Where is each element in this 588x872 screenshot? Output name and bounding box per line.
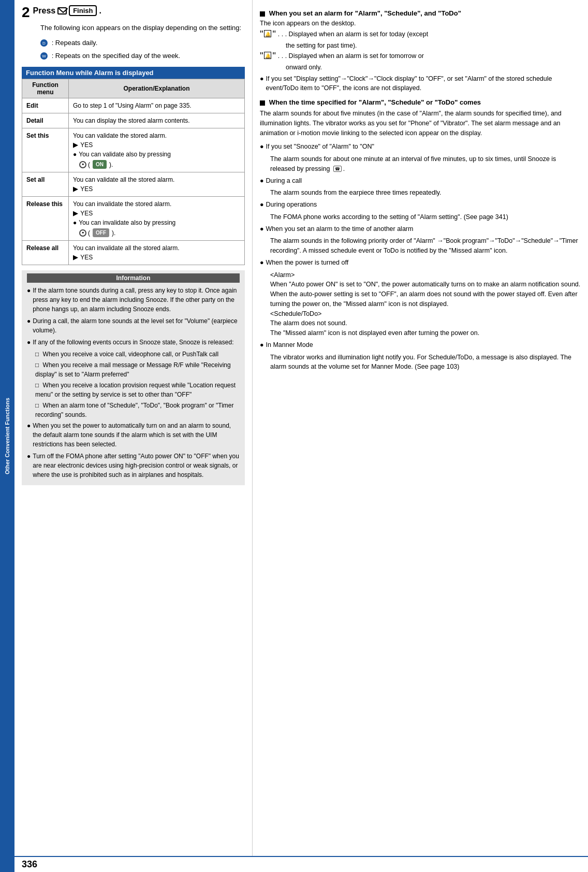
function-table: Function menu Operation/Explanation Edit…: [22, 79, 245, 265]
function-menu-header: Function Menu while Alarm is displayed: [22, 67, 245, 79]
quote-desc-2: . . . Displayed when an alarm is set for…: [278, 51, 424, 61]
bullet-release-text: You can invalidate also by pressing: [79, 218, 175, 227]
circle-button-off: ●: [79, 229, 86, 237]
paren-open2: (: [88, 228, 90, 238]
info-sub-1: When you receive a voice call, videophon…: [35, 350, 240, 359]
right-section-2: When the time specified for "Alarm", "Sc…: [260, 98, 581, 372]
right-bullet-operations: During operations: [260, 200, 581, 210]
step-number: 2: [22, 5, 30, 20]
envelope-icon: [57, 7, 67, 14]
title-dot: .: [99, 6, 101, 16]
icon-desc: D : Repeats daily. W : Repeats on the sp…: [40, 37, 245, 62]
desc-release-all: You can invalidate all the stored alarm.…: [69, 240, 245, 265]
desc-set-this: You can validate the stored alarm. ▶ YES…: [69, 128, 245, 172]
info-item-4: When you set the power to automatically …: [27, 421, 240, 449]
quote-close-2: ": [272, 51, 275, 61]
menu-set-all: Set all: [22, 172, 69, 196]
right-bullet-manner: In Manner Mode: [260, 340, 581, 350]
weekly-label: : Repeats on the specified day of the we…: [52, 52, 181, 60]
info-sub-3: When you receive a location provision re…: [35, 381, 240, 399]
page-number: 336: [22, 859, 37, 870]
desc-set-all: You can validate all the stored alarm. ▶…: [69, 172, 245, 196]
quote-open-2: ": [260, 51, 263, 61]
sidebar-label: Other Convenient Functions: [4, 398, 10, 474]
quote-desc-1b: the setting for past time).: [286, 42, 581, 49]
desc-edit: Go to step 1 of "Using Alarm" on page 33…: [69, 98, 245, 113]
info-sub-4: When an alarm tone of "Schedule", "ToDo"…: [35, 401, 240, 419]
right-section-1: When you set an alarm for "Alarm", "Sche…: [260, 9, 581, 93]
quote-block-1: " 🔔 " . . . Displayed when an alarm is s…: [260, 30, 581, 39]
bullet-set-this: You can validate also by pressing: [73, 150, 240, 159]
page-footer: 336: [14, 856, 588, 872]
menu-set-this: Set this: [22, 128, 69, 172]
paren-open: (: [88, 160, 90, 169]
arrow-yes-release-this: ▶: [73, 210, 78, 217]
info-item-5: Turn off the FOMA phone after setting "A…: [27, 452, 240, 479]
right-section-2-title: When the time specified for "Alarm", "Sc…: [260, 98, 581, 106]
right-section-1-title: When you set an alarm for "Alarm", "Sche…: [260, 9, 581, 17]
col-operation: Operation/Explanation: [69, 79, 245, 98]
right-column: When you set an alarm for "Alarm", "Sche…: [253, 0, 588, 856]
snooze-phone-icon: ☎: [333, 166, 342, 172]
menu-release-all: Release all: [22, 240, 69, 265]
on-button-row: ● ( ON ).: [79, 160, 240, 169]
indent-manner: The vibrator works and illumination ligh…: [270, 353, 581, 372]
right-bullet-another-alarm: When you set an alarm to the time of ano…: [260, 224, 581, 234]
info-item-2: During a call, the alarm tone sounds at …: [27, 316, 240, 335]
right-section-1-desc: The icon appears on the desktop.: [260, 20, 581, 27]
table-row: Set all You can validate all the stored …: [22, 172, 245, 196]
alarm-icon-today: 🔔: [264, 30, 271, 37]
left-column: 2 Press Finish: [14, 0, 253, 856]
arrow-yes-release-all: ▶: [73, 254, 78, 261]
table-row: Release all You can invalidate all the s…: [22, 240, 245, 265]
quote-desc-2b: onward only.: [286, 64, 581, 71]
menu-release-this: Release this: [22, 196, 69, 240]
bullet-release-this: You can invalidate also by pressing: [73, 218, 240, 227]
desc-release-this: You can invalidate the stored alarm. ▶ Y…: [69, 196, 245, 240]
information-box: Information If the alarm tone sounds dur…: [22, 270, 245, 485]
page-container: Other Convenient Functions 2 Press: [0, 0, 588, 872]
finish-label: Finish: [73, 7, 93, 14]
on-button: ON: [93, 160, 107, 169]
daily-label: : Repeats daily.: [52, 39, 98, 47]
indent-another-alarm: The alarm sounds in the following priori…: [270, 236, 581, 256]
info-sub-2: When you receive a mail message or Messa…: [35, 360, 240, 379]
icon-desc-daily: D : Repeats daily.: [40, 37, 245, 49]
table-row: Release this You can invalidate the stor…: [22, 196, 245, 240]
quote-block-2: " 🔔 " . . . Displayed when an alarm is s…: [260, 51, 581, 61]
indent-operations: The FOMA phone works according to the se…: [270, 212, 581, 222]
daily-repeat-icon: D: [40, 39, 48, 47]
step-desc-text: The following icon appears on the displa…: [40, 24, 241, 32]
quote-desc-1: . . . Displayed when an alarm is set for…: [278, 30, 428, 39]
black-square-1: [260, 11, 265, 17]
menu-detail: Detail: [22, 113, 69, 128]
paren-close: ).: [109, 160, 113, 169]
info-header: Information: [27, 273, 240, 283]
indent-snooze: The alarm sounds for about one minute at…: [270, 154, 581, 174]
step-title: Press Finish .: [33, 5, 101, 16]
step-header: 2 Press Finish: [22, 5, 245, 20]
arrow-yes-set-all: ▶: [73, 185, 78, 193]
col-function-menu: Function menu: [22, 79, 69, 98]
function-menu-title: Function Menu while Alarm is displayed: [26, 69, 154, 77]
icon-desc-weekly: W : Repeats on the specified day of the …: [40, 50, 245, 62]
right-section-2-desc: The alarm sounds for about five minutes …: [260, 109, 581, 138]
weekly-repeat-icon: W: [40, 52, 48, 60]
black-square-2: [260, 100, 265, 106]
off-button-row: ● ( OFF ).: [79, 228, 240, 238]
off-button: OFF: [93, 228, 109, 237]
table-row: Set this You can validate the stored ala…: [22, 128, 245, 172]
right-bullet-display: If you set "Display setting"→"Clock"→"Cl…: [260, 74, 581, 94]
alarm-icon-future: 🔔: [264, 52, 271, 59]
info-item-1: If the alarm tone sounds during a call, …: [27, 286, 240, 314]
table-row: Detail You can display the stored alarm …: [22, 113, 245, 128]
right-bullet-call: During a call: [260, 176, 581, 186]
finish-badge: Finish: [69, 5, 97, 16]
menu-edit: Edit: [22, 98, 69, 113]
info-item-3: If any of the following events occurs in…: [27, 338, 240, 347]
circle-button-on: ●: [79, 161, 86, 168]
quote-open-1: ": [260, 30, 263, 39]
indent-power-off: <Alarm> When "Auto power ON" is set to "…: [270, 270, 581, 338]
quote-close-1: ": [272, 30, 275, 39]
right-bullet-power-off: When the power is turned off: [260, 258, 581, 268]
